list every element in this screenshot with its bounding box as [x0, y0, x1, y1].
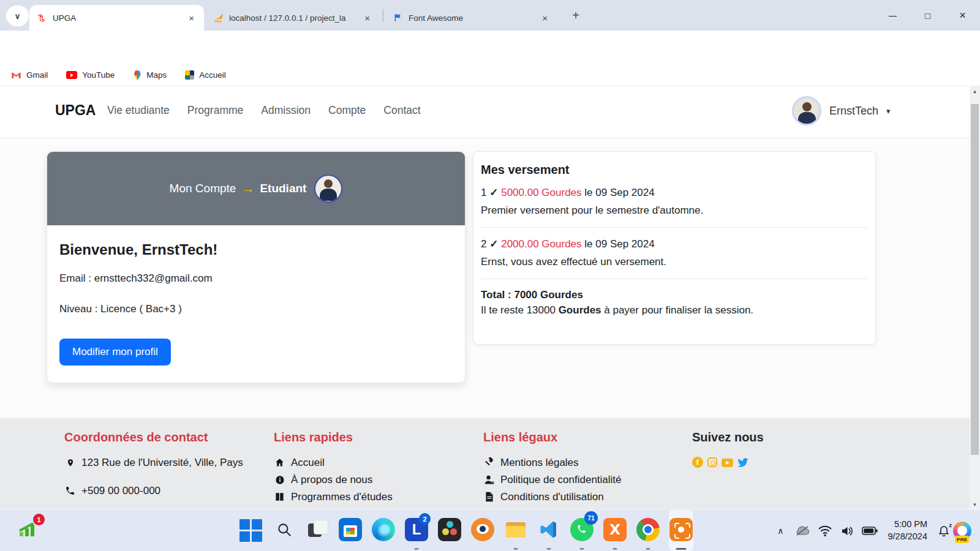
browser-titlebar: ∨ UPGA × PMA localhost / 127.0.0.1 / pro…	[0, 0, 980, 31]
start-button[interactable]	[239, 510, 263, 551]
volume-icon[interactable]	[836, 525, 858, 537]
payment-note: Ernst, vous avez effectué un versement.	[481, 256, 868, 268]
student-avatar	[314, 174, 342, 203]
scroll-up-icon[interactable]: ▲	[970, 86, 980, 96]
profile-card-header: Mon Compte → Etudiant	[47, 152, 465, 225]
copilot-button[interactable]: PRE	[953, 522, 980, 540]
bookmark-label: Accueil	[199, 70, 226, 80]
payment-index: 1	[481, 187, 486, 198]
windows-start-icon	[239, 519, 263, 542]
whatsapp-button[interactable]: 71	[570, 510, 594, 551]
site-brand[interactable]: UPGA	[55, 102, 96, 119]
remaining-prefix: Il te reste 13000	[481, 304, 559, 316]
tab-search-button[interactable]: ∨	[6, 6, 29, 26]
footer-link-accueil[interactable]: Accueil	[274, 457, 393, 468]
edge-button[interactable]	[371, 510, 396, 551]
copilot-icon: PRE	[953, 522, 971, 540]
tab-close-icon[interactable]: ×	[540, 12, 550, 24]
edit-profile-button[interactable]: Modifier mon profil	[59, 339, 171, 365]
screenshot-tool-button[interactable]	[669, 510, 693, 551]
user-lock-icon	[483, 474, 495, 485]
notification-bell-dnd-icon[interactable]: z	[935, 525, 953, 538]
search-button[interactable]	[272, 510, 296, 551]
chevron-down-icon: ∨	[15, 12, 21, 21]
bookmark-accueil[interactable]: Accueil	[185, 70, 226, 80]
task-view-button[interactable]	[305, 510, 330, 551]
chrome-icon	[636, 518, 660, 541]
davinci-resolve-button[interactable]	[437, 510, 462, 551]
wifi-icon[interactable]	[814, 525, 836, 537]
bookmark-youtube[interactable]: YouTube	[66, 70, 115, 80]
footer-link-programmes[interactable]: Programmes d'études	[274, 491, 393, 503]
payment-date: le 09 Sep 2024	[584, 187, 654, 198]
footer-contact-title: Coordonnées de contact	[64, 430, 243, 444]
close-button[interactable]: ×	[945, 0, 980, 31]
bookmark-gmail[interactable]: Gmail	[11, 70, 48, 80]
twitter-icon[interactable]	[737, 458, 749, 468]
page-scrollbar[interactable]: ▲ ▼	[970, 86, 980, 509]
footer-social-title: Suivez nous	[692, 430, 764, 444]
nav-link-contact[interactable]: Contact	[383, 104, 420, 117]
stocks-chart-icon	[17, 520, 37, 540]
tab-close-icon[interactable]: ×	[186, 12, 197, 24]
chrome-button[interactable]	[636, 510, 660, 551]
l-app-button[interactable]: L 2	[404, 510, 429, 551]
nav-link-compte[interactable]: Compte	[328, 104, 366, 117]
footer-link-politique[interactable]: Politique de confidentialité	[483, 474, 622, 485]
nav-link-vie-etudiante[interactable]: Vie etudiante	[107, 104, 170, 117]
xampp-button[interactable]: X	[603, 510, 627, 551]
tray-clock[interactable]: 5:00 PM 9/28/2024	[888, 519, 927, 542]
maximize-button[interactable]: □	[910, 0, 945, 31]
file-explorer-button[interactable]	[503, 510, 528, 551]
site-navbar: UPGA Vie etudiante Programme Admission C…	[0, 86, 980, 138]
new-tab-button[interactable]: +	[567, 7, 584, 24]
tab-upga[interactable]: UPGA ×	[29, 5, 204, 31]
microsoft-store-button[interactable]	[338, 510, 363, 551]
instagram-icon[interactable]	[707, 457, 717, 467]
payments-remaining: Il te reste 13000 Gourdes à payer pour f…	[481, 304, 868, 317]
email-line: Email : ernsttech332@gmail.com	[59, 272, 453, 285]
nav-link-admission[interactable]: Admission	[261, 104, 311, 117]
vscode-button[interactable]	[537, 510, 561, 551]
taskbar: 1 L 2	[0, 509, 980, 551]
onedrive-paused-icon[interactable]	[791, 525, 814, 537]
tab-fontawesome[interactable]: Font Awesome ×	[390, 8, 554, 28]
accueil-favicon	[185, 70, 194, 80]
payment-date: le 09 Sep 2024	[584, 238, 654, 250]
minimize-button[interactable]: —	[875, 0, 910, 31]
browser-toolbar: 127.0.0.1:8000/compte_etudiant/7 ☆ G ⋮	[0, 31, 980, 64]
notification-badge: 71	[584, 511, 598, 525]
gavel-icon	[483, 457, 495, 468]
arrow-right-icon: →	[241, 181, 254, 196]
scrollbar-thumb[interactable]	[971, 104, 979, 455]
bookmark-maps[interactable]: Maps	[133, 70, 167, 80]
blender-button[interactable]	[470, 510, 495, 551]
scroll-down-icon[interactable]: ▼	[970, 500, 980, 509]
youtube-icon[interactable]	[722, 459, 733, 467]
bookmarks-bar: Gmail YouTube Maps Accueil	[0, 64, 980, 86]
tray-chevron-up-icon[interactable]: ∧	[770, 526, 791, 536]
profile-card-body: Bienvenue, ErnstTech! Email : ernsttech3…	[47, 225, 465, 365]
battery-icon[interactable]	[858, 527, 881, 535]
footer-link-label: Accueil	[291, 457, 325, 469]
payment-amount: 2000.00 Gourdes	[501, 238, 581, 250]
user-menu[interactable]: ErnstTech ▾	[792, 96, 891, 126]
footer-link-mentions[interactable]: Mentions légales	[483, 457, 622, 468]
caret-down-icon: ▾	[886, 107, 891, 116]
facebook-icon[interactable]: f	[692, 457, 703, 468]
payment-row: 1 ✓ 5000.00 Gourdes le 09 Sep 2024	[481, 186, 868, 199]
widgets-stocks-button[interactable]: 1	[15, 518, 40, 544]
level-line: Niveau : Licence ( Bac+3 )	[59, 303, 453, 315]
divider	[481, 279, 868, 279]
footer-link-apropos[interactable]: À propos de nous	[274, 474, 393, 485]
tab-phpmyadmin[interactable]: PMA localhost / 127.0.0.1 / project_la ×	[209, 8, 376, 28]
phpmyadmin-favicon: PMA	[213, 13, 224, 23]
footer-link-conditions[interactable]: Conditions d'utilisation	[483, 491, 622, 503]
tab-close-icon[interactable]: ×	[362, 12, 372, 24]
davinci-resolve-icon	[438, 518, 461, 541]
footer-phone: +509 00 000-000	[81, 485, 160, 497]
remaining-suffix: à payer pour finaliser la session.	[601, 304, 754, 316]
social-links: f	[692, 457, 764, 468]
screen: ∨ UPGA × PMA localhost / 127.0.0.1 / pro…	[0, 0, 980, 551]
nav-link-programme[interactable]: Programme	[187, 104, 243, 117]
